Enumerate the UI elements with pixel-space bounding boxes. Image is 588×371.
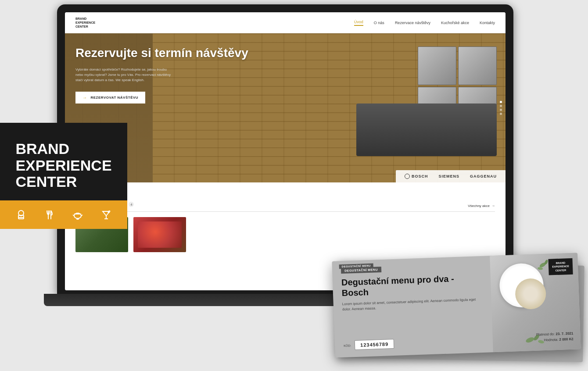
hero-description: Vybíráte domácí spotřebiče? Rozhodujete … xyxy=(75,67,172,83)
svg-point-19 xyxy=(538,267,543,270)
tab-next-month-count: 4 xyxy=(129,202,134,207)
hero-text-block: Rezervujte si termín návštěvy Vybíráte d… xyxy=(75,46,248,103)
icon-bar xyxy=(0,200,127,229)
brands-bar: BOSCH SIEMENS GAGGENAU xyxy=(396,170,506,182)
cutlery-icon xyxy=(43,209,56,221)
voucher-card: DEGUSTAČNÍ MENU DEGUSTAČNÍ MENU Degustač… xyxy=(332,253,581,357)
cta-arrow-icon: → xyxy=(82,95,87,100)
all-events-label: Všechny akce xyxy=(468,204,490,208)
svg-point-16 xyxy=(108,211,109,212)
brand-label-panel: BRAND EXPERIENCE CENTER xyxy=(0,123,127,208)
voucher-left: DEGUSTAČNÍ MENU DEGUSTAČNÍ MENU Degustač… xyxy=(332,256,493,357)
bosch-brand: BOSCH xyxy=(405,174,428,179)
cutlery-icon-item xyxy=(40,205,59,225)
oven-2 xyxy=(458,46,497,85)
voucher-brand-line2: EXPERIENCE xyxy=(552,265,569,268)
oven-1 xyxy=(418,46,456,85)
siemens-brand: SIEMENS xyxy=(438,174,459,178)
svg-point-20 xyxy=(525,336,535,344)
website-container: BRANDEXPERIENCECENTER Úvod O nás Rezerva… xyxy=(65,12,506,290)
siemens-label: SIEMENS xyxy=(438,174,459,178)
cocktail-icon xyxy=(100,209,112,221)
nav-link-kontakty[interactable]: Kontakty xyxy=(480,21,495,25)
kitchen-island xyxy=(356,103,497,156)
value-amount: 2 000 Kč xyxy=(559,337,574,342)
voucher-inner: DEGUSTAČNÍ MENU DEGUSTAČNÍ MENU Degustač… xyxy=(332,253,581,357)
chef-hat-icon-item xyxy=(11,205,31,225)
hero-pagination xyxy=(500,101,502,115)
gaggenau-brand: GAGGENAU xyxy=(470,174,497,178)
svg-rect-1 xyxy=(18,215,24,218)
dot-3[interactable] xyxy=(500,109,502,111)
brand-line2: EXPERIENCE xyxy=(15,157,111,174)
all-events-link[interactable]: Všechny akce → xyxy=(468,204,495,208)
validity-date: 23. 7. 2021 xyxy=(556,332,573,336)
voucher-brand-line3: CENTER xyxy=(556,269,566,272)
dot-1[interactable] xyxy=(500,101,502,103)
bosch-label: BOSCH xyxy=(412,174,428,178)
nav-link-onas[interactable]: O nás xyxy=(374,21,384,25)
voucher-code-area: KÓD: 123456789 xyxy=(344,336,484,350)
event-card-2[interactable] xyxy=(133,217,186,252)
hero-title: Rezervujte si termín návštěvy xyxy=(75,46,248,60)
dot-2[interactable] xyxy=(500,105,502,107)
brand-line1: BRAND xyxy=(15,140,69,157)
voucher-description: Lorem ipsum dolor sit amet, consectetuer… xyxy=(342,297,483,312)
nav-links: Úvod O nás Rezervace návštěvy Kuchořské … xyxy=(354,20,495,26)
gaggenau-label: GAGGENAU xyxy=(470,174,497,178)
events-title: Nejbližší akce xyxy=(75,189,495,196)
voucher-title: Degustační menu pro dva - Bosch xyxy=(341,272,482,298)
brand-line3: CENTER xyxy=(15,173,77,190)
voucher-validity: Platnost do: 23. 7. 2021 Hodnota: 2 000 … xyxy=(536,331,574,344)
brand-label-text: BRAND EXPERIENCE CENTER xyxy=(15,141,111,190)
nav-logo: BRANDEXPERIENCECENTER xyxy=(75,17,95,29)
voucher-right: BRAND EXPERIENCE CENTER Platnost do: 23.… xyxy=(490,253,581,352)
voucher-brand-box: BRAND EXPERIENCE CENTER xyxy=(549,258,573,275)
voucher-brand-line1: BRAND xyxy=(556,261,565,264)
hero-appliances xyxy=(356,42,497,165)
hero-section: Rezervujte si termín návštěvy Vybíráte d… xyxy=(65,33,506,182)
pot-icon-item xyxy=(68,205,87,225)
bosch-icon xyxy=(405,174,410,179)
voucher-code-value: 123456789 xyxy=(355,339,394,350)
chef-hat-icon xyxy=(15,209,27,221)
cocktail-icon-item xyxy=(97,205,116,225)
all-events-arrow-icon: → xyxy=(491,204,495,208)
events-tabs: Tento měsíc 3 Příští měsíc 4 Všechny akc… xyxy=(75,202,495,212)
nav-link-akce[interactable]: Kuchořské akce xyxy=(441,21,469,25)
events-grid xyxy=(75,217,495,252)
validity-label: Platnost do: xyxy=(536,332,555,337)
hero-cta-button[interactable]: → REZERVOVAT NÁVŠTĚVU xyxy=(75,92,145,103)
website: BRANDEXPERIENCECENTER Úvod O nás Rezerva… xyxy=(65,12,506,290)
voucher-food xyxy=(515,278,546,310)
dot-4[interactable] xyxy=(500,113,502,115)
nav-link-rezervace[interactable]: Rezervace návštěvy xyxy=(395,21,430,25)
navigation: BRANDEXPERIENCECENTER Úvod O nás Rezerva… xyxy=(65,12,506,33)
cta-label: REZERVOVAT NÁVŠTĚVU xyxy=(91,96,139,100)
nav-link-uvod[interactable]: Úvod xyxy=(354,20,363,26)
voucher-code-label: KÓD: xyxy=(344,344,351,347)
value-label: Hodnota: xyxy=(544,338,559,342)
pot-icon xyxy=(72,209,84,221)
